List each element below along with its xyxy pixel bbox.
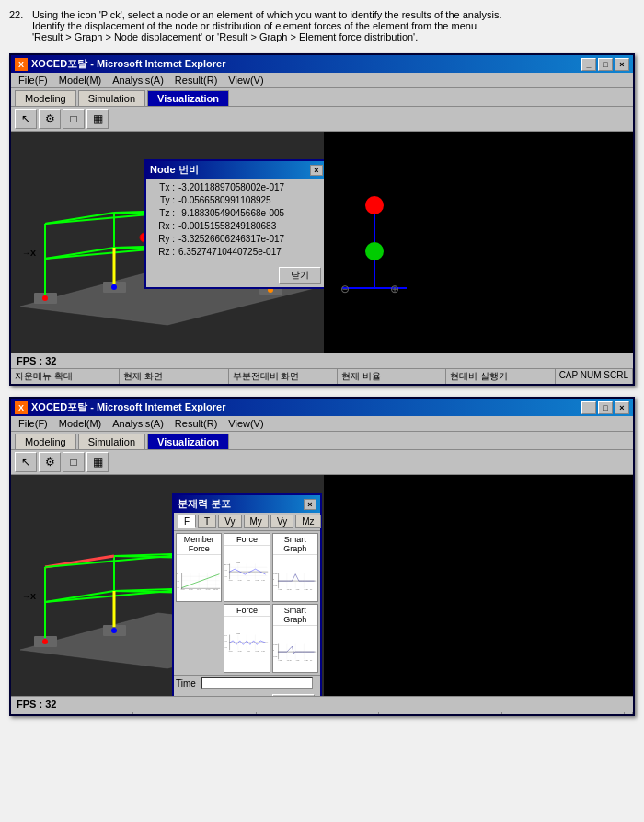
minimize-button[interactable]: _ [581,58,596,71]
member-force-svg: 0.00 13.60 27.40 41.40 55.23 -F -41 -47 [177,555,221,602]
force-dialog-close[interactable]: × [304,499,316,510]
menu-model[interactable]: Model(M) [53,74,107,87]
force-dialog-btn-row: 닫기 [174,690,320,696]
viewport-right-2 [324,475,633,696]
svg-point-60 [42,639,48,644]
dialog-row-tz: Tz : -9.18830549045668e-005 [152,208,321,218]
svg-text:84.773: 84.773 [224,563,230,565]
label-rz: Rz : [152,247,175,257]
tab-visualization-2[interactable]: Visualization [147,434,229,449]
toolbar-btn-gear[interactable]: ⚙ [39,109,61,129]
force-tab-f[interactable]: F [178,515,196,528]
status-2-2 [133,712,256,714]
svg-point-25 [111,284,117,290]
svg-text:0.00: 0.00 [229,579,233,581]
force-dialog-close-btn[interactable]: 닫기 [272,694,315,696]
svg-text:32.81: 32.81 [304,659,308,661]
toolbar-btn-cursor[interactable]: ↖ [15,109,37,129]
node-dialog-close[interactable]: × [310,165,323,176]
menu-file-2[interactable]: File(F) [13,417,53,430]
fps-bar-1: FPS : 32 [11,353,633,368]
force-tabs: F T Vy My Vy Mz [174,513,320,531]
tab-simulation-2[interactable]: Simulation [78,434,145,449]
chart-force-1: Force [224,533,270,602]
svg-rect-145 [324,475,633,696]
status-4: 현재 비율 [338,369,446,384]
status-2-5 [502,712,625,714]
toolbar-btn-gear-2[interactable]: ⚙ [39,452,61,472]
window2-menubar: File(F) Model(M) Analysis(A) Result(R) V… [11,416,633,432]
tab-simulation[interactable]: Simulation [78,90,145,106]
toolbar-btn-box[interactable]: □ [63,109,85,129]
tab-visualization[interactable]: Visualization [147,90,229,106]
menu-view-2[interactable]: View(V) [223,417,269,430]
dialog-row-rx: Rx : -0.00151558249180683 [152,221,321,231]
force-dialog-title: 분재력 분포 [178,497,231,511]
toolbar-btn-cursor-2[interactable]: ↖ [15,452,37,472]
window1-toolbar: ↖ ⚙ □ ▦ [11,107,633,132]
menu-result-2[interactable]: Result(R) [169,417,223,430]
svg-text:87: 87 [310,588,312,590]
force-tab-t[interactable]: T [198,515,216,528]
titlebar-controls-2[interactable]: _ □ × [581,401,629,414]
status-bar-1: 자운메뉴 확대 현재 화면 부분전대비 화면 현재 비율 현대비 실행기 CAP… [11,368,633,384]
tab-modeling[interactable]: Modeling [15,90,76,106]
value-ty: -0.0566580991108925 [178,195,271,205]
titlebar-left-2: X XOCED포탈 - Microsoft Internet Explorer [15,400,225,414]
menu-file[interactable]: File(F) [13,74,53,87]
menu-result[interactable]: Result(R) [169,74,223,87]
tab-modeling-2[interactable]: Modeling [15,434,76,449]
node-dialog-content: Tx : -3.20118897058002e-017 Ty : -0.0566… [146,179,324,263]
close-button-2[interactable]: × [615,401,629,414]
svg-text:1.00: 1.00 [261,650,265,652]
force-tab-vz[interactable]: Vy [270,515,293,528]
menu-view[interactable]: View(V) [223,74,269,87]
time-label: Time [176,678,196,689]
dialog-row-rz: Rz : 6.35274710440725e-017 [152,247,321,257]
toolbar-btn-table-2[interactable]: ▦ [86,452,109,472]
instruction-block: 22. Using the icon 'Pick', select a node… [9,9,635,42]
menu-model-2[interactable]: Model(M) [53,417,107,430]
app-icon-2: X [15,401,28,414]
svg-point-31 [365,242,384,260]
chart-smart-1-title: Smart Graph [273,534,317,555]
window2-title: XOCED포탈 - Microsoft Internet Explorer [31,400,225,414]
minimize-button-2[interactable]: _ [581,401,596,414]
svg-text:0.00: 0.00 [229,650,233,652]
menu-analysis-2[interactable]: Analysis(A) [107,417,169,430]
viewport-3d-2: →X 분재력 분포 × F T Vy My Vy Mz [11,475,324,696]
window2-tabs: Modeling Simulation Visualization [11,432,633,450]
chart-member-force: Member Force [176,533,222,602]
svg-text:⊖: ⊖ [340,283,350,295]
chart-smart-2-area: 1.000 0 -0.25 -7.29 22.48 -7.65 32.81 87 [273,626,317,673]
titlebar-controls[interactable]: _ □ × [581,58,629,71]
menu-analysis[interactable]: Analysis(A) [107,74,169,87]
force-tab-my[interactable]: My [244,515,269,528]
svg-text:Time: Time [236,632,240,634]
maximize-button[interactable]: □ [598,58,613,71]
window2-content: →X 분재력 분포 × F T Vy My Vy Mz [11,475,633,696]
chart-smart-2-title: Smart Graph [273,605,317,626]
value-rx: -0.00151558249180683 [178,221,276,231]
force-tab-mz[interactable]: Mz [295,515,320,528]
charts-grid: Member Force [174,531,320,675]
node-dialog-close-btn[interactable]: 닫기 [279,267,321,284]
instruction-line2: Identify the displacement of the node or… [32,20,477,31]
force-tab-vy[interactable]: Vy [218,515,241,528]
window2-toolbar: ↖ ⚙ □ ▦ [11,450,633,475]
window1-tabs: Modeling Simulation Visualization [11,88,633,107]
svg-text:13.60: 13.60 [189,588,193,590]
window1-content: →X Node 번비 × Tx : -3.20118897058002e-017… [11,132,633,353]
maximize-button-2[interactable]: □ [598,401,613,414]
force-2-svg: -61 -41 -41 0.00 0.25 0.51 0.76 1.00 Tim… [224,617,269,669]
time-slider[interactable] [201,677,313,689]
svg-text:-41: -41 [224,569,227,571]
status-2-3 [257,712,379,714]
toolbar-btn-box-2[interactable]: □ [63,452,85,472]
fps-label-1: FPS : 32 [17,355,56,366]
smart-1-svg: 1.000 0 -0.25 -7.29 22.48 -7.65 32.81 87 [273,555,317,602]
svg-text:0.51: 0.51 [247,650,250,652]
toolbar-btn-table[interactable]: ▦ [86,109,109,129]
svg-text:0.76: 0.76 [256,579,259,581]
close-button[interactable]: × [615,58,629,71]
